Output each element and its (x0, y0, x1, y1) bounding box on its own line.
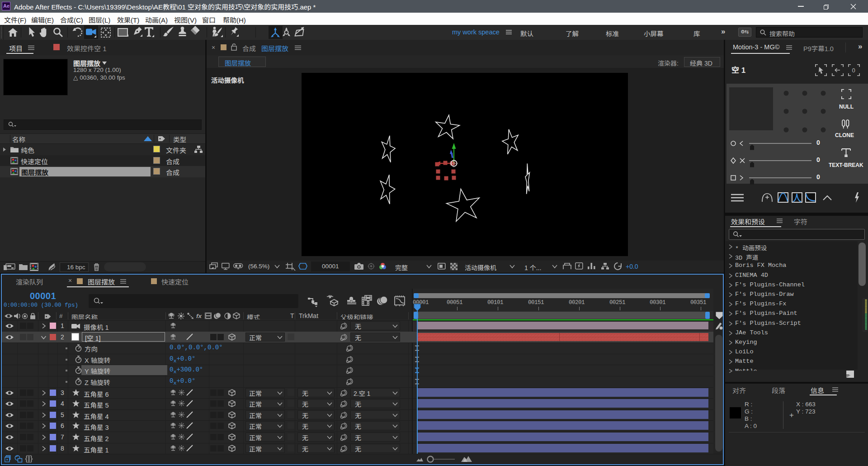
svg-text:0: 0 (852, 67, 855, 74)
